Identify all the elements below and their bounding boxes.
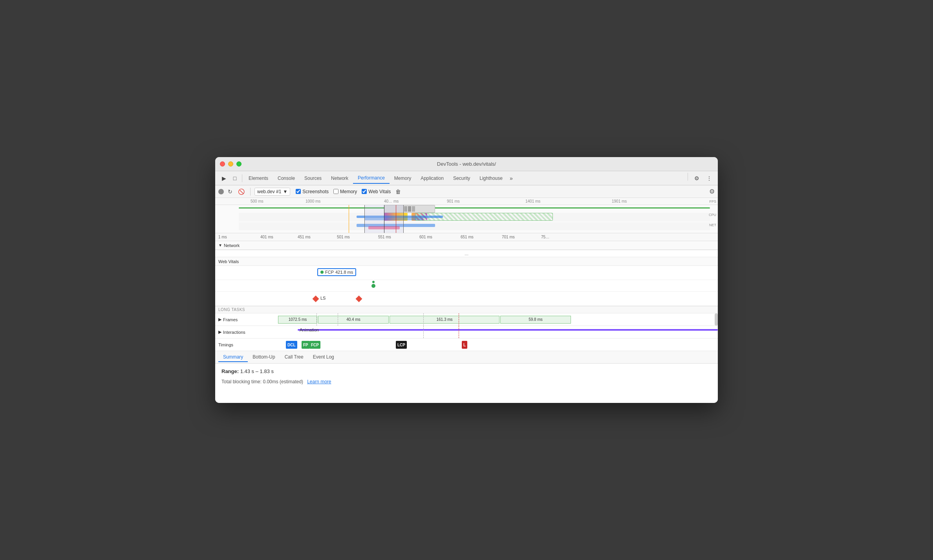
interaction-divider <box>423 326 424 338</box>
tab-summary[interactable]: Summary <box>218 353 248 362</box>
interactions-track: Animation <box>278 326 718 338</box>
separator <box>242 174 242 182</box>
range-value: 1.43 s – 1.83 s <box>240 368 274 374</box>
tick-551ms: 551 ms <box>378 235 391 239</box>
fp-badge[interactable]: FP <box>302 341 310 349</box>
range-text: Range: 1.43 s – 1.83 s <box>221 368 712 374</box>
more-options-icon[interactable]: ⋮ <box>704 173 715 184</box>
net-label: NET <box>709 223 716 227</box>
tab-event-log[interactable]: Event Log <box>308 353 339 362</box>
tab-elements[interactable]: Elements <box>244 173 273 183</box>
titlebar: DevTools - web.dev/vitals/ <box>215 157 718 171</box>
screenshots-checkbox[interactable]: Screenshots <box>296 189 329 194</box>
fcp-value: 421.8 ms <box>335 270 353 275</box>
interactions-expand-arrow[interactable]: ▶ <box>218 329 221 335</box>
frame-3-label: 161.3 ms <box>436 317 452 322</box>
tab-lighthouse[interactable]: Lighthouse <box>475 173 507 183</box>
frame-block-1[interactable]: 1072.5 ms <box>278 316 317 324</box>
frames-expand-arrow[interactable]: ▶ <box>218 317 221 322</box>
close-button[interactable] <box>220 161 225 167</box>
memory-label: Memory <box>340 189 357 194</box>
minimize-button[interactable] <box>228 161 233 167</box>
lcp-badge[interactable]: LCP <box>396 341 407 349</box>
more-tabs-button[interactable]: » <box>507 174 515 183</box>
ellipsis-label: ... <box>465 251 468 256</box>
dark-marker-1 <box>384 205 384 233</box>
target-selector[interactable]: web.dev #1 ▼ <box>254 188 290 196</box>
tab-application[interactable]: Application <box>416 173 448 183</box>
tab-sources[interactable]: Sources <box>300 173 326 183</box>
network-section-header[interactable]: ▼ Network <box>215 241 718 250</box>
timings-label-text: Timings <box>218 342 233 347</box>
dcl-badge[interactable]: DCL <box>286 341 297 349</box>
tick-1ms: 1 ms <box>218 235 227 239</box>
frame-block-3[interactable]: 161.3 ms <box>390 316 499 324</box>
web-vitals-section: Web Vitals FCP 421.8 ms <box>215 257 718 306</box>
frame-1-label: 1072.5 ms <box>289 317 307 322</box>
frames-row: ▶ Frames 1072.5 ms 40.4 ms 161.3 ms 59.8… <box>215 313 718 326</box>
frame-block-4[interactable]: 59.8 ms <box>500 316 571 324</box>
fcp-row: FCP 421.8 ms <box>215 266 718 280</box>
tab-performance[interactable]: Performance <box>353 173 390 184</box>
fcp-badge[interactable]: FCP 421.8 ms <box>317 268 356 276</box>
learn-more-link[interactable]: Learn more <box>307 379 331 384</box>
web-vitals-label: Web Vitals <box>215 257 718 266</box>
clear-recordings-button[interactable]: 🗑 <box>395 188 401 195</box>
reload-button[interactable]: ↻ <box>226 188 234 196</box>
tab-memory[interactable]: Memory <box>390 173 416 183</box>
checkbox-group: Screenshots Memory Web Vitals 🗑 <box>296 188 401 195</box>
timeline-main: 1 ms 401 ms 451 ms 501 ms 551 ms 601 ms … <box>215 233 718 351</box>
ellipsis-row: ... <box>215 250 718 257</box>
l-badge[interactable]: L <box>462 341 467 349</box>
tab-bottom-up[interactable]: Bottom-Up <box>248 353 280 362</box>
frames-track: 1072.5 ms 40.4 ms 161.3 ms 59.8 ms <box>278 313 718 326</box>
tab-call-tree[interactable]: Call Tree <box>280 353 308 362</box>
orange-marker <box>349 205 349 233</box>
memory-checkbox[interactable]: Memory <box>333 189 357 194</box>
interactions-label: ▶ Interactions <box>215 329 278 335</box>
blocking-time-text: Total blocking time: 0.00ms (estimated) … <box>221 379 712 384</box>
overview-tracks: CPU NET <box>215 205 718 233</box>
tab-network[interactable]: Network <box>326 173 353 183</box>
target-selector-value: web.dev #1 <box>257 189 281 194</box>
record-button[interactable] <box>218 189 224 194</box>
horizontal-scrollbar[interactable] <box>715 313 718 326</box>
tick-501ms: 501 ms <box>337 235 350 239</box>
tick-40ms: 40… ms <box>384 199 399 203</box>
settings-icon[interactable]: ⚙ <box>691 173 702 184</box>
ls-diamond-right[interactable] <box>356 296 362 302</box>
frames-label-text: Frames <box>223 317 238 322</box>
frame-4-label: 59.8 ms <box>529 317 543 322</box>
ls-diamond-left[interactable] <box>313 296 319 302</box>
capture-settings-button[interactable]: ⚙ <box>709 188 715 195</box>
timeline-overview[interactable]: 500 ms 1000 ms 40… ms 901 ms 1401 ms 190… <box>215 198 718 233</box>
animation-bar <box>298 329 718 331</box>
tick-701ms: 701 ms <box>502 235 515 239</box>
vitals-row-2 <box>215 280 718 292</box>
separator <box>688 173 688 181</box>
fps-track <box>239 206 710 212</box>
tick-901ms: 901 ms <box>447 199 460 203</box>
ls-row: LS <box>215 292 718 306</box>
tab-security[interactable]: Security <box>448 173 475 183</box>
bottom-content: Range: 1.43 s – 1.83 s Total blocking ti… <box>215 364 718 403</box>
cursor-icon[interactable]: ▶ <box>218 173 229 184</box>
interaction-red-divider <box>459 326 459 338</box>
nav-tabs: ▶ □ Elements Console Sources Network Per… <box>215 171 718 185</box>
device-toggle-icon[interactable]: □ <box>229 173 240 184</box>
timeline-ruler-top: 500 ms 1000 ms 40… ms 901 ms 1401 ms 190… <box>215 198 718 205</box>
tick-601ms: 601 ms <box>419 235 432 239</box>
frame-divider-red <box>459 313 459 326</box>
tab-console[interactable]: Console <box>273 173 300 183</box>
clear-button[interactable]: 🚫 <box>236 188 246 196</box>
animation-label: Animation <box>300 328 319 332</box>
frame-block-2[interactable]: 40.4 ms <box>318 316 389 324</box>
tick-401ms: 401 ms <box>260 235 273 239</box>
web-vitals-checkbox[interactable]: Web Vitals <box>362 189 391 194</box>
blocking-time-label: Total blocking time: 0.00ms (estimated) <box>221 379 303 384</box>
fcp-timing-badge[interactable]: FCP <box>309 341 320 349</box>
fullscreen-button[interactable] <box>236 161 241 167</box>
window-title: DevTools - web.dev/vitals/ <box>437 161 496 167</box>
vitals-green-dot <box>371 284 375 288</box>
devtools-window: DevTools - web.dev/vitals/ ▶ □ Elements … <box>215 157 718 403</box>
